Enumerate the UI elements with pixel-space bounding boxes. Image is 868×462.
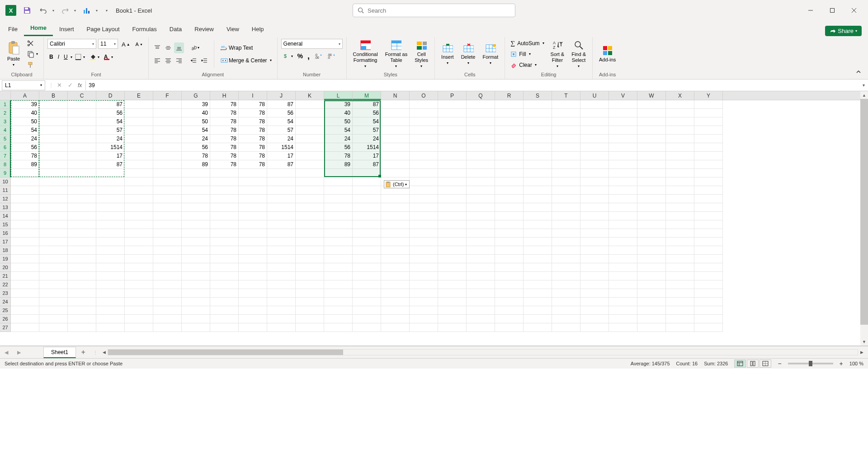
cell-Q20[interactable]	[467, 263, 495, 272]
cell-M15[interactable]	[353, 220, 381, 229]
cell-M2[interactable]: 56	[353, 109, 381, 117]
cell-R9[interactable]	[495, 169, 524, 177]
cell-R18[interactable]	[495, 246, 524, 255]
cell-I24[interactable]	[239, 298, 267, 306]
cell-Y4[interactable]	[694, 126, 723, 135]
cells-area[interactable]: 3987397878873987405640787856405650545078…	[11, 100, 723, 332]
cell-E20[interactable]	[125, 263, 153, 272]
cell-D10[interactable]	[96, 177, 125, 186]
cell-O20[interactable]	[410, 263, 438, 272]
cell-U7[interactable]	[580, 152, 609, 160]
cell-P27[interactable]	[438, 323, 467, 332]
cell-J1[interactable]: 87	[267, 100, 296, 109]
save-button[interactable]	[20, 3, 34, 18]
cell-K10[interactable]	[296, 177, 324, 186]
cell-J12[interactable]	[267, 195, 296, 203]
cancel-formula-button[interactable]: ✕	[54, 80, 64, 90]
cell-U4[interactable]	[580, 126, 609, 135]
cell-T15[interactable]	[552, 220, 580, 229]
cell-M18[interactable]	[353, 246, 381, 255]
conditional-formatting-button[interactable]: Conditional Formatting▾	[350, 38, 381, 70]
cell-J16[interactable]	[267, 229, 296, 238]
cell-S4[interactable]	[524, 126, 552, 135]
cell-M24[interactable]	[353, 298, 381, 306]
cell-C7[interactable]	[68, 152, 96, 160]
cell-U21[interactable]	[580, 272, 609, 280]
cell-F11[interactable]	[153, 186, 182, 195]
cell-K1[interactable]	[296, 100, 324, 109]
cell-Y3[interactable]	[694, 117, 723, 126]
cell-N5[interactable]	[381, 135, 410, 143]
cell-P19[interactable]	[438, 255, 467, 263]
cell-W7[interactable]	[637, 152, 666, 160]
cell-T20[interactable]	[552, 263, 580, 272]
row-header-26[interactable]: 26	[0, 315, 11, 323]
cell-O10[interactable]	[410, 177, 438, 186]
tab-home[interactable]: Home	[24, 21, 53, 36]
cell-B18[interactable]	[39, 246, 68, 255]
cell-E11[interactable]	[125, 186, 153, 195]
cell-K26[interactable]	[296, 315, 324, 323]
cell-M17[interactable]	[353, 238, 381, 246]
column-header-T[interactable]: T	[552, 91, 580, 100]
cell-N17[interactable]	[381, 238, 410, 246]
cell-X14[interactable]	[666, 212, 694, 220]
cell-B5[interactable]	[39, 135, 68, 143]
cell-O12[interactable]	[410, 195, 438, 203]
decrease-font-button[interactable]: A▼	[134, 39, 145, 50]
cell-X17[interactable]	[666, 238, 694, 246]
cell-F2[interactable]	[153, 109, 182, 117]
cell-B25[interactable]	[39, 306, 68, 315]
cell-W20[interactable]	[637, 263, 666, 272]
cell-C23[interactable]	[68, 289, 96, 298]
cell-X11[interactable]	[666, 186, 694, 195]
cell-K24[interactable]	[296, 298, 324, 306]
cell-B14[interactable]	[39, 212, 68, 220]
cell-R2[interactable]	[495, 109, 524, 117]
cell-S15[interactable]	[524, 220, 552, 229]
column-header-J[interactable]: J	[267, 91, 296, 100]
align-left-button[interactable]	[152, 55, 162, 66]
cell-V8[interactable]	[609, 160, 637, 169]
row-header-23[interactable]: 23	[0, 289, 11, 298]
cell-Y1[interactable]	[694, 100, 723, 109]
cell-F4[interactable]	[153, 126, 182, 135]
cell-G8[interactable]: 89	[182, 160, 210, 169]
cell-R26[interactable]	[495, 315, 524, 323]
cell-E25[interactable]	[125, 306, 153, 315]
cell-P10[interactable]	[438, 177, 467, 186]
cell-Y24[interactable]	[694, 298, 723, 306]
cell-F1[interactable]	[153, 100, 182, 109]
cell-T24[interactable]	[552, 298, 580, 306]
row-header-4[interactable]: 4	[0, 126, 11, 135]
format-painter-button[interactable]	[25, 60, 40, 70]
row-header-7[interactable]: 7	[0, 152, 11, 160]
cell-B15[interactable]	[39, 220, 68, 229]
column-header-Y[interactable]: Y	[694, 91, 723, 100]
cell-P22[interactable]	[438, 280, 467, 289]
cell-D16[interactable]	[96, 229, 125, 238]
cell-C15[interactable]	[68, 220, 96, 229]
cell-H7[interactable]: 78	[210, 152, 239, 160]
cell-V21[interactable]	[609, 272, 637, 280]
row-header-20[interactable]: 20	[0, 263, 11, 272]
cell-F17[interactable]	[153, 238, 182, 246]
cell-Y15[interactable]	[694, 220, 723, 229]
cell-W21[interactable]	[637, 272, 666, 280]
cell-N15[interactable]	[381, 220, 410, 229]
tab-view[interactable]: View	[220, 22, 245, 36]
row-header-22[interactable]: 22	[0, 280, 11, 289]
cell-W13[interactable]	[637, 203, 666, 212]
cell-U24[interactable]	[580, 298, 609, 306]
cell-A13[interactable]	[11, 203, 39, 212]
cell-Q4[interactable]	[467, 126, 495, 135]
cell-Y26[interactable]	[694, 315, 723, 323]
cell-F20[interactable]	[153, 263, 182, 272]
cell-A2[interactable]: 40	[11, 109, 39, 117]
cell-H8[interactable]: 78	[210, 160, 239, 169]
cell-P12[interactable]	[438, 195, 467, 203]
view-page-break-button[interactable]	[760, 359, 771, 368]
cell-P9[interactable]	[438, 169, 467, 177]
cell-R27[interactable]	[495, 323, 524, 332]
cell-C27[interactable]	[68, 323, 96, 332]
